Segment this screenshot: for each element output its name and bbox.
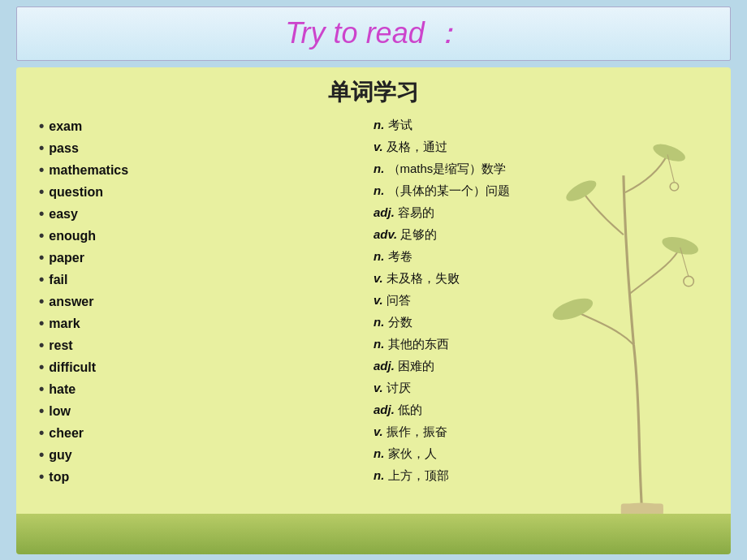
vocab-pos: n. [374,315,384,329]
vocab-english: rest [32,335,374,355]
card-title: 单词学习 [32,77,715,108]
header-area: Try to read ： [16,6,731,61]
vocab-pos: n. [374,337,384,351]
vocab-english: mathematics [32,160,374,180]
vocab-english: exam [32,116,374,136]
vocab-pos: adj. [374,403,395,416]
vocab-grid: examn. 考试passv. 及格，通过mathematicsn. （math… [32,116,715,487]
vocab-english: answer [32,291,374,312]
svg-rect-9 [621,504,663,515]
vocab-pos: n. [374,162,384,175]
vocab-english: mark [32,313,374,334]
vocab-english: top [32,467,374,487]
vocab-pos: n. [374,183,384,197]
vocab-chinese: n. 考试 [374,116,715,136]
vocab-pos: adj. [374,359,395,373]
vocab-english: easy [32,204,374,224]
vocab-english: guy [32,445,374,465]
vocab-english: enough [32,226,374,246]
vocab-chinese: adj. 低的 [374,401,715,421]
vocab-pos: n. [374,468,384,482]
vocab-chinese: adj. 困难的 [374,357,715,377]
vocab-english: question [32,182,374,202]
bottom-scene [16,514,731,554]
vocab-pos: v. [374,424,383,438]
vocab-pos: v. [374,293,383,307]
vocab-pos: adj. [374,205,395,219]
vocab-pos: v. [374,381,383,394]
vocab-english: fail [32,269,374,290]
vocab-pos: n. [374,249,384,263]
vocab-english: pass [32,138,374,158]
vocab-chinese: n. 其他的东西 [374,335,715,355]
vocab-english: cheer [32,423,374,443]
vocab-chinese: v. 讨厌 [374,379,715,399]
vocab-english: difficult [32,357,374,377]
vocab-chinese: v. 及格，通过 [374,138,715,158]
main-card: 单词学习 examn. 考试passv. 及格，通过mathematicsn. … [16,67,731,554]
vocab-english: hate [32,379,374,399]
vocab-pos: n. [374,446,384,460]
vocab-english: paper [32,248,374,268]
vocab-chinese: n. 上方，顶部 [374,467,715,487]
vocab-chinese: adj. 容易的 [374,204,715,224]
vocab-chinese: n. （maths是缩写）数学 [374,160,715,180]
vocab-chinese: n. 家伙，人 [374,445,715,465]
vocab-chinese: v. 问答 [374,291,715,312]
vocab-chinese: adv. 足够的 [374,226,715,246]
vocab-pos: v. [374,271,383,285]
vocab-chinese: v. 未及格，失败 [374,269,715,290]
vocab-pos: n. [374,118,384,131]
vocab-chinese: n. 分数 [374,313,715,334]
vocab-chinese: n. （具体的某一个）问题 [374,182,715,202]
vocab-pos: adv. [374,227,397,241]
vocab-pos: v. [374,140,383,153]
vocab-english: low [32,401,374,421]
vocab-chinese: n. 考卷 [374,248,715,268]
page-title: Try to read ： [285,16,461,50]
vocab-chinese: v. 振作，振奋 [374,423,715,443]
